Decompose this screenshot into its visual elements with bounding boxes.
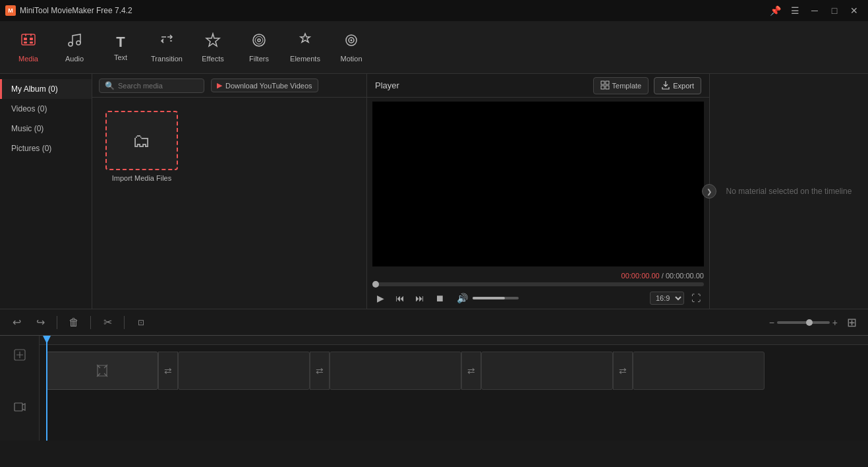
media-toolbar: 🔍 ▶ Download YouTube Videos	[92, 74, 366, 98]
timeline-transition-2[interactable]: ⇄	[310, 352, 330, 390]
player-controls: 00:00:00.00 / 00:00:00.00 ▶ ⏮ ⏭ ⏹ 🔊	[367, 269, 709, 309]
total-time: 00:00:00.00	[666, 272, 704, 280]
player-header: Player Template	[367, 74, 709, 98]
play-button[interactable]: ▶	[372, 290, 388, 306]
svg-point-9	[258, 39, 260, 42]
next-frame-button[interactable]: ⏭	[412, 290, 428, 306]
toolbar-audio[interactable]: Audio	[51, 24, 98, 71]
sidebar-item-album[interactable]: My Album (0)	[0, 79, 92, 99]
redo-button[interactable]: ↪	[30, 313, 50, 332]
panel-collapse-button[interactable]: ❯	[702, 184, 716, 199]
menu-button[interactable]: ☰	[786, 2, 803, 19]
cut-button[interactable]: ✂	[98, 313, 117, 332]
timeline-transition-3[interactable]: ⇄	[461, 352, 481, 390]
zoom-in-icon[interactable]: +	[832, 317, 838, 328]
main-area: My Album (0) Videos (0) Music (0) Pictur…	[0, 74, 868, 309]
bottom-toolbar: ↩ ↪ 🗑 ✂ ⊡ − + ⊞	[0, 309, 868, 335]
transition-icon	[159, 32, 175, 52]
zoom-slider[interactable]	[777, 321, 830, 324]
sidebar-item-music[interactable]: Music (0)	[0, 119, 92, 139]
player-actions: Template Export	[593, 77, 701, 94]
toolbar-media[interactable]: Media	[5, 24, 51, 71]
add-track-area-button[interactable]	[14, 349, 26, 364]
toolbar-motion[interactable]: Motion	[328, 24, 374, 71]
timeline-transition-1[interactable]: ⇄	[158, 352, 178, 390]
toolbar-separator-1	[57, 316, 57, 329]
timeline-playhead[interactable]	[46, 336, 47, 441]
toolbar-elements[interactable]: Elements	[282, 24, 328, 71]
time-display: 00:00:00.00 / 00:00:00.00	[372, 272, 704, 280]
fullscreen-button[interactable]: ⛶	[688, 290, 704, 306]
video-screen	[372, 102, 704, 266]
media-panel: 🔍 ▶ Download YouTube Videos 🗂 Import Med…	[92, 74, 367, 309]
import-media-label: Import Media Files	[105, 174, 178, 182]
toolbar-separator-2	[90, 316, 91, 329]
delete-button[interactable]: 🗑	[64, 313, 84, 332]
toolbar-text[interactable]: T Text	[98, 24, 144, 71]
export-icon	[661, 80, 670, 91]
export-label: Export	[673, 82, 694, 90]
svg-rect-18	[14, 403, 22, 411]
timeline-transition-4[interactable]: ⇄	[613, 352, 633, 390]
search-input[interactable]	[118, 82, 198, 90]
template-label: Template	[612, 82, 642, 90]
youtube-download-button[interactable]: ▶ Download YouTube Videos	[211, 78, 318, 92]
video-empty-clip-2[interactable]	[330, 352, 461, 390]
template-button[interactable]: Template	[593, 77, 649, 94]
progress-bar[interactable]	[372, 282, 704, 286]
toolbar-effects[interactable]: Effects	[190, 24, 236, 71]
svg-rect-2	[30, 38, 33, 40]
timeline-left	[0, 336, 40, 441]
sidebar-item-videos[interactable]: Videos (0)	[0, 99, 92, 119]
prev-frame-button[interactable]: ⏮	[392, 290, 408, 306]
effects-icon	[205, 32, 221, 52]
undo-button[interactable]: ↩	[7, 313, 26, 332]
elements-label: Elements	[290, 55, 320, 63]
search-icon: 🔍	[105, 81, 115, 90]
zoom-out-icon[interactable]: −	[769, 317, 774, 328]
svg-rect-14	[606, 81, 609, 84]
close-button[interactable]: ✕	[846, 2, 863, 19]
volume-button[interactable]: 🔊	[454, 290, 470, 306]
text-label: Text	[114, 53, 127, 61]
svg-marker-7	[206, 34, 219, 46]
sidebar-item-pictures[interactable]: Pictures (0)	[0, 139, 92, 158]
search-wrap[interactable]: 🔍	[99, 78, 204, 93]
split-icon[interactable]: ⊞	[842, 313, 861, 332]
video-clip-main[interactable]	[46, 352, 158, 390]
video-empty-clip-4[interactable]	[633, 352, 765, 390]
pin-button[interactable]: 📌	[767, 2, 784, 19]
video-empty-clip-3[interactable]	[481, 352, 613, 390]
timeline: ⇄ ⇄ ⇄ ⇄	[0, 335, 868, 441]
timeline-body[interactable]: ⇄ ⇄ ⇄ ⇄	[40, 336, 868, 441]
maximize-button[interactable]: □	[826, 2, 843, 19]
progress-thumb[interactable]	[372, 281, 379, 288]
youtube-label: Download YouTube Videos	[225, 82, 312, 90]
player-panel: Player Template	[367, 74, 710, 309]
toolbar-filters[interactable]: Filters	[236, 24, 282, 71]
export-button[interactable]: Export	[654, 77, 701, 94]
video-track-icon	[14, 401, 26, 416]
volume-wrap: 🔊	[454, 290, 519, 306]
svg-rect-1	[24, 38, 27, 40]
svg-point-6	[76, 41, 80, 45]
aspect-ratio-selector[interactable]: 16:9 9:16 1:1 4:3	[650, 292, 684, 305]
timeline-track-area: ⇄ ⇄ ⇄ ⇄	[40, 345, 868, 423]
toolbar-transition[interactable]: Transition	[144, 24, 190, 71]
stop-button[interactable]: ⏹	[432, 290, 448, 306]
media-label: Media	[18, 55, 38, 63]
current-time: 00:00:00.00	[622, 272, 660, 280]
minimize-button[interactable]: ─	[806, 2, 823, 19]
video-empty-clip-1[interactable]	[178, 352, 310, 390]
title-controls: 📌 ☰ ─ □ ✕	[767, 2, 863, 19]
timeline-ruler	[40, 336, 868, 345]
crop-button[interactable]: ⊡	[131, 313, 151, 332]
template-icon	[600, 80, 610, 91]
volume-slider[interactable]	[473, 297, 519, 299]
svg-rect-4	[30, 42, 33, 44]
right-panel: ❯ No material selected on the timeline	[710, 74, 868, 309]
text-icon: T	[116, 34, 125, 51]
motion-label: Motion	[340, 55, 362, 63]
import-media-button[interactable]: 🗂	[105, 111, 178, 170]
svg-rect-13	[601, 81, 604, 84]
